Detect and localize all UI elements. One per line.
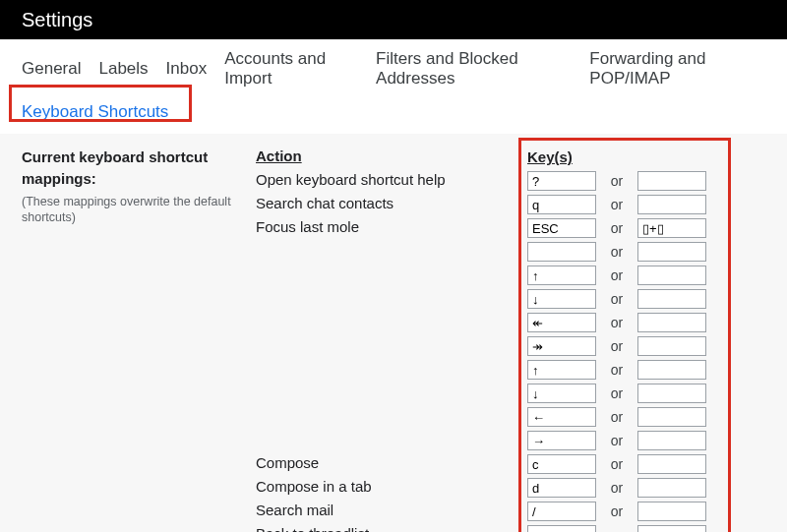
key-row: or (527, 358, 722, 382)
key-primary-input[interactable] (527, 289, 596, 309)
key-primary-input[interactable] (527, 478, 596, 498)
key-secondary-input[interactable] (637, 360, 706, 380)
key-secondary-input[interactable] (637, 478, 706, 498)
key-primary-input[interactable] (527, 242, 596, 262)
key-row: or (527, 311, 722, 334)
key-primary-input[interactable] (527, 336, 596, 356)
key-row: or (527, 476, 722, 500)
key-secondary-input[interactable] (637, 407, 706, 427)
key-secondary-input[interactable] (637, 431, 706, 450)
key-row: or (527, 500, 722, 523)
key-primary-input[interactable] (527, 171, 596, 191)
key-primary-input[interactable] (527, 218, 596, 238)
key-secondary-input[interactable] (637, 195, 706, 214)
key-secondary-input[interactable] (637, 454, 706, 474)
or-label: or (602, 244, 632, 260)
tab-forwarding-and-pop-imap[interactable]: Forwarding and POP/IMAP (589, 49, 765, 89)
tab-general[interactable]: General (22, 59, 81, 79)
or-label: or (602, 527, 632, 532)
key-primary-input[interactable] (527, 266, 596, 285)
or-label: or (602, 220, 632, 236)
key-row: or (527, 429, 722, 452)
key-row: or (527, 405, 722, 429)
key-secondary-input[interactable] (637, 336, 706, 356)
key-row: or (527, 240, 722, 264)
tab-inbox[interactable]: Inbox (166, 59, 208, 79)
key-row: or (527, 264, 722, 287)
key-row: or (527, 334, 722, 358)
or-label: or (602, 409, 632, 425)
key-secondary-input[interactable] (637, 218, 706, 238)
keys-column-highlight: Key(s) orororororororororororororororor (518, 138, 731, 532)
or-label: or (602, 291, 632, 307)
key-row: or (527, 169, 722, 193)
key-primary-input[interactable] (527, 407, 596, 427)
key-secondary-input[interactable] (637, 242, 706, 262)
or-label: or (602, 480, 632, 496)
tab-labels[interactable]: Labels (98, 59, 148, 79)
key-primary-input[interactable] (527, 525, 596, 532)
key-secondary-input[interactable] (637, 384, 706, 403)
section-heading: Current keyboard shortcut mappings: (The… (22, 148, 256, 532)
key-primary-input[interactable] (527, 431, 596, 450)
key-row: or (527, 523, 722, 532)
topbar-title: Settings (22, 9, 92, 31)
key-row: or (527, 216, 722, 240)
settings-tabs: GeneralLabelsInboxAccounts and ImportFil… (0, 39, 787, 134)
tab-filters-and-blocked-addresses[interactable]: Filters and Blocked Addresses (376, 49, 572, 89)
or-label: or (602, 173, 632, 189)
or-label: or (602, 267, 632, 283)
key-row: or (527, 287, 722, 311)
key-secondary-input[interactable] (637, 266, 706, 285)
or-label: or (602, 315, 632, 330)
key-primary-input[interactable] (527, 502, 596, 521)
or-label: or (602, 433, 632, 448)
key-primary-input[interactable] (527, 454, 596, 474)
section-title-line1: Current keyboard shortcut (22, 148, 256, 167)
or-label: or (602, 456, 632, 472)
section-subtitle: (These mappings overwrite the default sh… (22, 194, 256, 227)
key-secondary-input[interactable] (637, 171, 706, 191)
section-title-line2: mappings: (22, 169, 256, 189)
key-secondary-input[interactable] (637, 289, 706, 309)
or-label: or (602, 197, 632, 212)
topbar: Settings (0, 0, 787, 39)
key-primary-input[interactable] (527, 195, 596, 214)
keys-column-header: Key(s) (527, 148, 722, 165)
key-row: or (527, 382, 722, 405)
key-secondary-input[interactable] (637, 525, 706, 532)
key-secondary-input[interactable] (637, 313, 706, 332)
key-secondary-input[interactable] (637, 502, 706, 521)
tab-accounts-and-import[interactable]: Accounts and Import (224, 49, 358, 89)
or-label: or (602, 503, 632, 519)
or-label: or (602, 385, 632, 401)
or-label: or (602, 362, 632, 378)
key-primary-input[interactable] (527, 313, 596, 332)
settings-content: Current keyboard shortcut mappings: (The… (0, 134, 787, 532)
or-label: or (602, 338, 632, 354)
key-primary-input[interactable] (527, 360, 596, 380)
key-row: or (527, 452, 722, 476)
tab-keyboard-shortcuts[interactable]: Keyboard Shortcuts (22, 102, 168, 122)
key-row: or (527, 193, 722, 216)
key-primary-input[interactable] (527, 384, 596, 403)
